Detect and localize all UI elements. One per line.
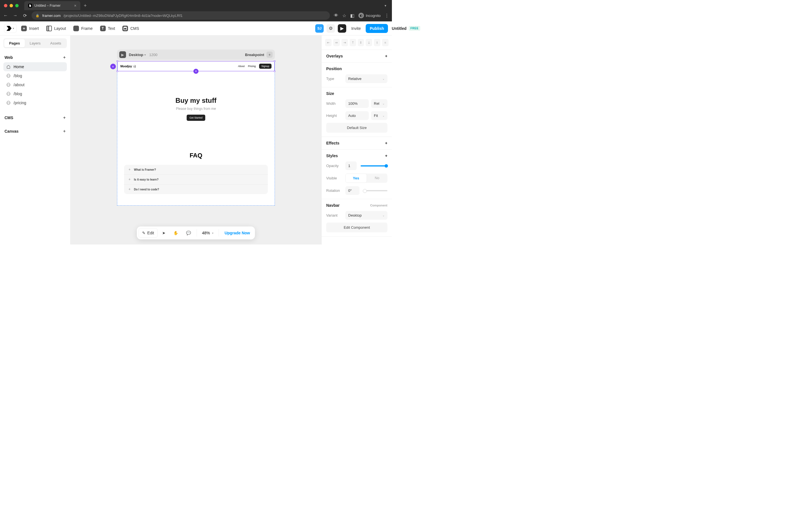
browser-tab[interactable]: Untitled – Framer ×: [24, 1, 80, 10]
eye-off-icon[interactable]: 👁: [334, 13, 338, 18]
align-bottom-button[interactable]: ⤓: [366, 39, 372, 46]
incognito-label: Incognito: [366, 13, 380, 18]
address-bar[interactable]: 🔒 framer.com/projects/Untitled--mZ98oDWa…: [32, 11, 330, 20]
position-type-select[interactable]: Relative ⌄: [345, 74, 388, 83]
window-minimize-icon[interactable]: [10, 4, 13, 7]
height-unit-select[interactable]: Fit⌄: [371, 111, 388, 120]
window-close-icon[interactable]: [4, 4, 7, 7]
distribute-v-button[interactable]: ≡: [382, 39, 389, 46]
cms-button[interactable]: CMS: [119, 24, 142, 33]
page-item-blog-2[interactable]: /blog: [3, 89, 67, 98]
opacity-input[interactable]: 1: [345, 161, 357, 170]
height-value: Auto: [348, 114, 356, 118]
add-overlay-button[interactable]: +: [385, 54, 388, 58]
styles-header: Styles: [326, 154, 338, 158]
frame-button[interactable]: Frame: [70, 24, 95, 33]
height-input[interactable]: Auto: [345, 111, 369, 120]
width-unit-select[interactable]: Rel⌄: [371, 99, 388, 108]
default-size-button[interactable]: Default Size: [326, 123, 388, 133]
breakpoint-play-button[interactable]: ▶: [119, 51, 126, 58]
extensions-icon[interactable]: ◧: [350, 13, 354, 18]
resize-handle[interactable]: [116, 70, 118, 72]
edit-label: Edit: [147, 231, 154, 235]
align-hcenter-button[interactable]: ⇔: [333, 39, 340, 46]
add-effect-button[interactable]: +: [385, 141, 388, 145]
add-cms-button[interactable]: +: [63, 115, 66, 120]
rotation-input[interactable]: 0°: [345, 186, 359, 195]
kebab-menu-icon[interactable]: ⋮: [385, 13, 389, 18]
text-button[interactable]: T Text: [97, 24, 118, 33]
forward-icon[interactable]: →: [12, 13, 18, 18]
resize-handle[interactable]: [116, 60, 118, 62]
window-zoom-icon[interactable]: [15, 4, 18, 7]
insert-button[interactable]: + Insert: [18, 24, 42, 33]
cursor-icon: ➤: [162, 231, 165, 235]
upgrade-button[interactable]: Upgrade Now: [221, 228, 253, 237]
plus-icon: +: [21, 25, 27, 31]
variant-value: Desktop: [348, 213, 362, 217]
variant-select[interactable]: Desktop ⌄: [345, 211, 388, 220]
breakpoint-device[interactable]: Desktop: [129, 53, 143, 57]
page-item-about[interactable]: /about: [3, 80, 67, 89]
hero-section[interactable]: Buy my stuff Please buy things from me G…: [117, 71, 274, 144]
visible-no[interactable]: No: [367, 173, 388, 183]
new-tab-button[interactable]: +: [84, 3, 87, 9]
align-left-button[interactable]: ⇤: [325, 39, 332, 46]
back-icon[interactable]: ←: [3, 13, 8, 18]
width-input[interactable]: 100%: [345, 99, 369, 108]
settings-button[interactable]: ⚙: [326, 24, 335, 33]
tabs-dropdown-icon[interactable]: ▾: [385, 4, 386, 8]
align-top-button[interactable]: ⤒: [350, 39, 356, 46]
comment-tool-button[interactable]: 💬: [183, 228, 194, 237]
faq-section[interactable]: FAQ +What is Framer? +Is it easy to lear…: [117, 144, 274, 205]
add-canvas-button[interactable]: +: [63, 129, 66, 134]
faq-item: +Do I need to code?: [124, 184, 268, 194]
resize-handle[interactable]: [274, 70, 275, 72]
page-item-blog[interactable]: /blog: [3, 71, 67, 80]
align-right-button[interactable]: ⇥: [342, 39, 348, 46]
visible-toggle[interactable]: Yes No: [345, 173, 388, 183]
nav-link-pricing: Pricing: [248, 65, 256, 68]
tab-pages[interactable]: Pages: [4, 39, 25, 47]
rotation-slider[interactable]: [363, 190, 388, 191]
edit-component-button[interactable]: Edit Component: [326, 223, 388, 232]
preview-button[interactable]: ▶: [338, 24, 346, 33]
reload-icon[interactable]: ⟳: [22, 13, 28, 18]
select-tool-button[interactable]: ➤: [159, 228, 169, 237]
page-item-home[interactable]: Home: [3, 62, 67, 71]
url-host: framer.com: [42, 13, 61, 18]
edit-mode-button[interactable]: ✎ Edit: [139, 228, 158, 238]
align-vcenter-button[interactable]: ⇕: [358, 39, 364, 46]
tab-layers[interactable]: Layers: [25, 39, 45, 47]
opacity-label: Opacity: [326, 164, 343, 168]
add-page-button[interactable]: +: [63, 55, 66, 60]
add-breakpoint-button[interactable]: +: [266, 52, 273, 58]
tab-close-icon[interactable]: ×: [74, 3, 77, 8]
zoom-control[interactable]: 48% ▾: [199, 231, 216, 235]
user-avatar[interactable]: SJ: [315, 24, 324, 33]
lock-icon: 🔒: [36, 14, 40, 17]
gear-icon: ⚙: [329, 25, 333, 31]
opacity-slider[interactable]: [361, 165, 388, 166]
breakpoint-width[interactable]: 1200: [149, 53, 157, 57]
selected-navbar[interactable]: ≡ + Moodjoy :-) About Pricing Signup: [117, 61, 274, 71]
globe-icon: [6, 101, 11, 105]
tab-assets[interactable]: Assets: [45, 39, 66, 47]
page-label: /about: [13, 82, 24, 87]
component-badge-icon[interactable]: ≡: [110, 64, 116, 69]
distribute-h-button[interactable]: ⦀: [374, 39, 380, 46]
page-item-pricing[interactable]: /pricing: [3, 98, 67, 107]
add-element-button[interactable]: +: [193, 69, 199, 74]
layout-button[interactable]: Layout: [43, 24, 69, 33]
hand-tool-button[interactable]: ✋: [170, 228, 182, 237]
artboard[interactable]: ≡ + Moodjoy :-) About Pricing Signup Buy…: [117, 61, 275, 206]
app-menu-button[interactable]: ▾: [4, 24, 17, 33]
invite-button[interactable]: Invite: [349, 24, 363, 33]
star-icon[interactable]: ☆: [342, 13, 346, 18]
visible-yes[interactable]: Yes: [345, 173, 367, 183]
add-style-button[interactable]: +: [385, 154, 388, 158]
cms-icon: [122, 25, 128, 31]
faq-question: Do I need to code?: [134, 188, 159, 191]
resize-handle[interactable]: [274, 60, 275, 62]
publish-button[interactable]: Publish: [366, 24, 388, 33]
